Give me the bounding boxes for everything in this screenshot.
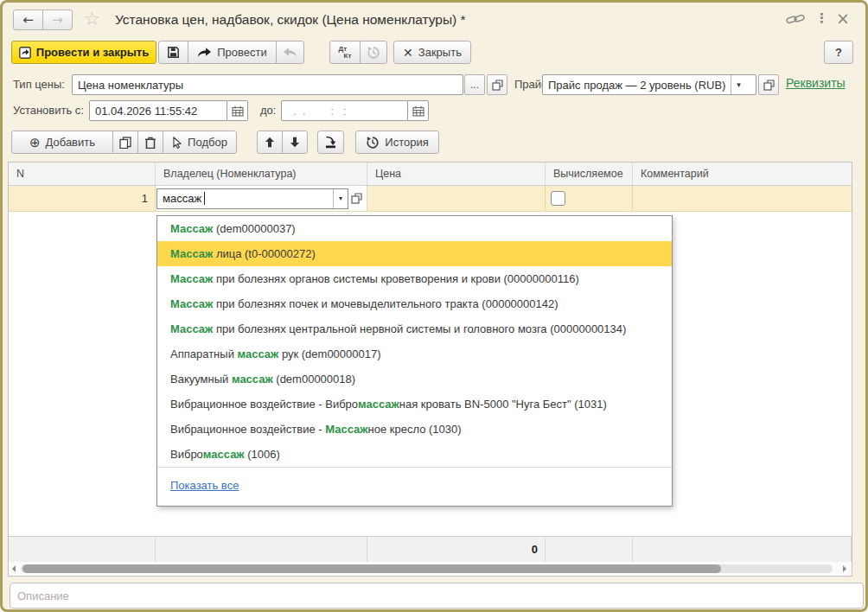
close-button[interactable]: ✕ Закрыть: [393, 41, 471, 64]
summary-computed-cell: [546, 537, 633, 562]
set-to-field[interactable]: . . : :: [281, 100, 408, 121]
price-type-value: Цена номенклатуры: [78, 79, 183, 92]
copy-link-icon[interactable]: [786, 13, 805, 26]
save-button[interactable]: [158, 41, 188, 64]
undo-icon: [283, 47, 297, 58]
arrow-up-icon: [265, 137, 275, 148]
price-type-open-button[interactable]: [487, 74, 507, 95]
autocomplete-dropdown: Массаж (dem00000037) Массаж лица (t0-000…: [156, 215, 673, 507]
pick-button[interactable]: Подбор: [163, 131, 237, 154]
dropdown-item[interactable]: Массаж при болезнях центральной нервной …: [157, 316, 672, 341]
scroll-left-arrow[interactable]: [12, 565, 16, 572]
window-close-icon[interactable]: ×: [836, 9, 850, 28]
load-arrow-icon: [324, 136, 337, 149]
item-match-text: массаж: [358, 398, 399, 411]
comment-cell[interactable]: [633, 186, 852, 211]
column-header-computed[interactable]: Вычисляемое: [546, 163, 633, 185]
pointer-icon: [172, 137, 182, 149]
item-match-text: массаж: [232, 373, 273, 386]
scroll-right-arrow[interactable]: [843, 565, 846, 572]
item-match-text: Массаж: [170, 297, 213, 310]
trash-icon: [144, 137, 156, 149]
item-text: Вибро: [170, 448, 203, 461]
favorite-star-icon[interactable]: ☆: [84, 9, 100, 29]
post-button[interactable]: Провести: [188, 41, 277, 64]
move-down-button[interactable]: [282, 131, 308, 154]
set-from-label: Установить с:: [13, 104, 84, 117]
document-window: ← → ☆ Установка цен, надбавок, скидок (Ц…: [0, 0, 868, 612]
owner-dropdown-icon[interactable]: ▾: [333, 189, 348, 208]
dropdown-item[interactable]: Вибрационное воздействие - Массажное кре…: [157, 417, 672, 442]
set-from-calendar-button[interactable]: [227, 100, 248, 121]
history-label: История: [385, 136, 428, 149]
history-button[interactable]: История: [355, 131, 439, 154]
dropdown-item[interactable]: Вибромассаж (1006): [157, 442, 672, 467]
column-header-comment[interactable]: Комментарий: [633, 163, 852, 185]
column-header-owner[interactable]: Владелец (Номенклатура): [156, 163, 367, 185]
price-list-open-button[interactable]: [758, 74, 779, 95]
row-number-cell: 1: [9, 186, 156, 211]
owner-open-icon[interactable]: [351, 193, 362, 204]
set-from-field[interactable]: 01.04.2026 11:55:42: [89, 100, 227, 121]
dtkt-bottom-label: Кт: [344, 53, 352, 60]
more-menu-icon[interactable]: ⋮: [815, 10, 828, 26]
description-input[interactable]: [10, 583, 864, 609]
summary-n-cell: [9, 537, 156, 562]
summary-owner-cell: [156, 537, 367, 562]
dropdown-item[interactable]: Массаж при болезнях органов системы кров…: [157, 266, 672, 291]
price-type-label: Тип цены:: [13, 78, 65, 91]
load-prices-button[interactable]: [317, 131, 344, 154]
table-row[interactable]: 1 массаж ▾: [9, 186, 852, 212]
horizontal-scrollbar[interactable]: [9, 562, 852, 576]
column-header-n[interactable]: N: [9, 163, 156, 185]
computed-checkbox[interactable]: [551, 191, 565, 206]
price-type-more-button[interactable]: ...: [464, 74, 485, 95]
item-match-text: массаж: [238, 347, 279, 360]
help-button[interactable]: ?: [824, 41, 853, 64]
set-to-calendar-button[interactable]: [408, 100, 429, 121]
accounting-group: Дт Кт: [329, 41, 387, 64]
dropdown-item[interactable]: Вакуумный массаж (dem00000018): [157, 367, 672, 392]
price-list-dropdown-icon[interactable]: ▾: [731, 75, 745, 94]
dropdown-item[interactable]: Вибрационное воздействие - Вибромассажна…: [157, 392, 672, 417]
set-from-value: 01.04.2026 11:55:42: [95, 105, 197, 118]
dropdown-item[interactable]: Аппаратный массаж рук (dem00000017): [157, 341, 672, 367]
delete-row-button[interactable]: [137, 131, 163, 154]
calendar-icon: [412, 105, 424, 117]
post-label: Провести: [217, 46, 267, 59]
debit-credit-button[interactable]: Дт Кт: [329, 41, 361, 64]
price-type-field[interactable]: Цена номенклатуры: [72, 74, 463, 95]
item-match-text: Массаж: [325, 423, 367, 436]
show-all-link[interactable]: Показать все: [170, 479, 239, 492]
item-match-text: Массаж: [170, 272, 213, 285]
scrollbar-thumb[interactable]: [22, 564, 721, 573]
more-label: ...: [470, 79, 479, 91]
back-button[interactable]: ←: [13, 10, 43, 30]
requisites-link[interactable]: Реквизиты: [786, 76, 846, 90]
post-and-close-button[interactable]: Провести и закрыть: [11, 41, 156, 64]
dropdown-item[interactable]: Массаж (dem00000037): [157, 216, 672, 241]
undo-button[interactable]: [276, 41, 304, 64]
debit-credit-icon: Дт Кт: [339, 46, 352, 60]
forward-button[interactable]: →: [42, 10, 73, 30]
nav-history-group: ← →: [13, 10, 73, 30]
price-cell[interactable]: [367, 186, 546, 211]
owner-cell[interactable]: массаж ▾: [156, 186, 367, 211]
copy-row-button[interactable]: [112, 131, 138, 154]
scrollbar-track[interactable]: [21, 564, 833, 573]
history-clock-icon: [366, 136, 380, 150]
save-icon: [167, 46, 180, 59]
set-to-empty-pattern: . . : :: [287, 105, 347, 118]
movements-history-button[interactable]: [360, 41, 387, 64]
item-text: (dem00000018): [273, 373, 355, 386]
owner-input[interactable]: массаж ▾: [156, 188, 348, 209]
item-text: при болезнях центральной нервной системы…: [213, 322, 626, 335]
dropdown-item[interactable]: Массаж при болезнях почек и мочевыделите…: [157, 291, 672, 316]
row-edit-group: ⊕ Добавить Подбор: [11, 131, 237, 154]
column-header-price[interactable]: Цена: [367, 163, 546, 185]
add-row-button[interactable]: ⊕ Добавить: [11, 131, 113, 154]
item-text: (1006): [245, 448, 280, 461]
price-list-field[interactable]: Прайс продаж — 2 уровень (RUB) ▾: [542, 74, 756, 95]
move-up-button[interactable]: [257, 131, 283, 154]
dropdown-item-selected[interactable]: Массаж лица (t0-00000272): [157, 241, 672, 266]
